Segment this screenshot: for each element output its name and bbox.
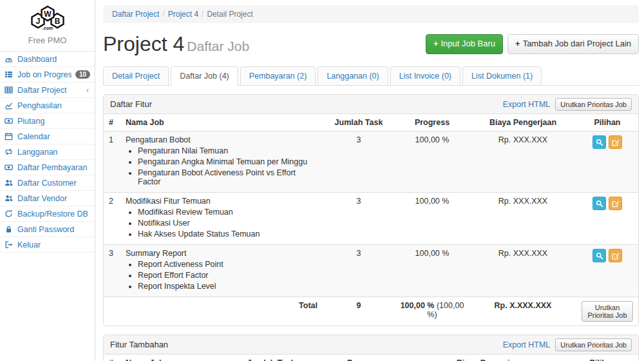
breadcrumb-separator: /	[162, 10, 164, 19]
page-title-text: Project 4	[103, 32, 184, 55]
col-progress: Progress	[316, 355, 413, 361]
col-jumlah-task: Jumlah Task	[323, 114, 395, 132]
sidebar-item-penghasilan[interactable]: Penghasilan	[0, 98, 95, 113]
button-label: Tambah Job dari Project Lain	[523, 39, 631, 48]
breadcrumb-current: Detail Project	[207, 10, 252, 19]
urutkan-prioritas-job-button[interactable]: Urutkan Prioritas Job	[555, 338, 632, 351]
subtask-list: Pengaturan Nilai Temuan Pengaturan Angka…	[129, 146, 317, 186]
tab-list-dokumen[interactable]: List Dokumen (1)	[462, 66, 542, 86]
subtask-item: Pengaturan Nilai Temuan	[138, 146, 317, 155]
col-nama-job: Nama Job	[120, 355, 226, 361]
edit-icon	[612, 139, 620, 146]
lock-icon	[5, 225, 14, 233]
sidebar-item-daftar-customer[interactable]: Daftar Customer	[0, 175, 95, 191]
button-label: Input Job Baru	[440, 39, 495, 48]
retweet-icon	[5, 148, 14, 156]
breadcrumb-link-project-4[interactable]: Project 4	[168, 10, 198, 19]
sidebar-item-piutang[interactable]: Piutang	[0, 113, 95, 129]
panel-title: Fitur Tambahan	[110, 340, 168, 349]
table-row: 3 Summary Report Report Activeness Point…	[104, 245, 638, 297]
subtask-item: Hak Akses Update Status Temuan	[138, 229, 317, 239]
subtask-item: Pengaturan Angka Minimal Temuan per Ming…	[138, 157, 317, 166]
edit-job-button[interactable]	[609, 197, 622, 210]
sidebar-item-label: Dashboard	[17, 55, 90, 64]
col-progress: Progress	[395, 114, 469, 132]
tambah-job-dari-project-lain-button[interactable]: +Tambah Job dari Project Lain	[507, 34, 639, 54]
edit-job-button[interactable]	[609, 135, 622, 149]
subtask-item: Report Inspekta Level	[138, 282, 317, 291]
input-job-baru-button[interactable]: +Input Job Baru	[426, 34, 503, 54]
view-job-button[interactable]	[592, 249, 606, 262]
money-icon	[5, 117, 14, 125]
sidebar-item-backup-restore-db[interactable]: Backup/Restore DB	[0, 206, 95, 222]
total-row: Total 9 100,00 % (100,00 %) Rp. X.XXX.XX…	[104, 297, 638, 326]
subtask-item: Report Activeness Point	[138, 260, 317, 269]
sidebar-item-label: Daftar Customer	[17, 179, 90, 188]
export-html-link[interactable]: Export HTML	[503, 100, 551, 109]
sidebar-item-label: Langganan	[17, 148, 90, 157]
total-progress: 100,00 %	[401, 301, 435, 310]
panel-title: Daftar Fitur	[110, 99, 152, 109]
line-chart-icon	[5, 101, 14, 110]
users-icon	[5, 179, 14, 187]
urutkan-prioritas-job-button[interactable]: Urutkan Prioritas Job	[555, 98, 632, 111]
logo-com: .com	[42, 26, 52, 30]
col-pilihan: Pilihan	[576, 114, 638, 132]
refresh-icon	[5, 210, 14, 218]
export-html-link[interactable]: Export HTML	[503, 340, 551, 349]
row-number: 3	[104, 245, 120, 297]
col-jumlah-task: Jumlah Task	[226, 355, 316, 361]
sidebar-item-label: Penghasilan	[17, 101, 90, 110]
breadcrumb: Daftar Project/Project 4/Detail Project	[103, 5, 639, 23]
calendar-icon	[5, 132, 14, 141]
job-name: Modifikasi Fitur Temuan	[126, 197, 317, 206]
view-job-button[interactable]	[592, 197, 606, 210]
job-name: Pengaturan Bobot	[126, 135, 317, 144]
sidebar-item-keluar[interactable]: Keluar	[0, 237, 95, 253]
col-biaya-pengerjaan: Biaya Pengerjaan	[469, 114, 576, 132]
sidebar-item-calendar[interactable]: Calendar	[0, 129, 95, 144]
sidebar-item-langganan[interactable]: Langganan	[0, 144, 95, 160]
breadcrumb-separator: /	[202, 10, 204, 19]
progress-value: 100,00 %	[395, 193, 469, 245]
tab-pembayaran[interactable]: Pembayaran (2)	[240, 66, 316, 86]
sidebar-item-label: Backup/Restore DB	[17, 210, 90, 219]
dashboard-icon	[5, 55, 14, 63]
sidebar-menu: Dashboard Job on Progress 10 Daftar Proj…	[0, 51, 95, 253]
jumlah-task-value: 3	[323, 245, 395, 297]
sidebar-item-dashboard[interactable]: Dashboard	[0, 52, 95, 67]
tab-detail-project[interactable]: Detail Project	[103, 66, 169, 86]
table-icon	[5, 86, 14, 94]
biaya-value: Rp. XXX.XXX	[469, 245, 576, 297]
logo-letter-j: J	[35, 17, 40, 26]
sidebar-item-daftar-pembayaran[interactable]: Daftar Pembayaran	[0, 160, 95, 175]
subtask-item: Pengaturan Bobot Activeness Point vs Eff…	[138, 168, 317, 186]
view-job-button[interactable]	[592, 135, 606, 149]
sidebar-item-label: Daftar Project	[17, 86, 82, 95]
panel-daftar-fitur: Daftar Fitur Export HTML Urutkan Priorit…	[103, 94, 639, 326]
tab-daftar-job[interactable]: Daftar Job (4)	[171, 66, 238, 86]
sidebar-item-job-on-progress[interactable]: Job on Progress 10	[0, 67, 95, 83]
progress-value: 100,00 %	[395, 132, 469, 193]
sidebar-item-daftar-project[interactable]: Daftar Project ‹	[0, 83, 95, 98]
sidebar-item-label: Piutang	[17, 117, 90, 126]
count-badge: 10	[75, 70, 90, 79]
jumlah-task-value: 3	[323, 193, 395, 245]
table-header-row: # Nama Job Jumlah Task Progress Biaya Pe…	[104, 114, 638, 132]
edit-job-button[interactable]	[609, 249, 622, 262]
biaya-value: Rp. XXX.XXX	[469, 193, 576, 245]
daftar-fitur-table: # Nama Job Jumlah Task Progress Biaya Pe…	[104, 114, 638, 326]
urutkan-prioritas-job-button[interactable]: Urutkan Prioritas Job	[582, 301, 633, 322]
job-name: Summary Report	[126, 249, 317, 258]
tab-list-invoice[interactable]: List Invoice (0)	[390, 66, 460, 86]
sidebar-item-ganti-password[interactable]: Ganti Password	[0, 222, 95, 237]
col-pilihan: Pilihan	[567, 355, 638, 361]
table-row: 2 Modifikasi Fitur Temuan Modifikasi Rev…	[104, 193, 638, 245]
breadcrumb-link-daftar-project[interactable]: Daftar Project	[112, 10, 159, 19]
jwb-logo: J B W .com	[24, 5, 71, 32]
total-tasks: 9	[323, 297, 395, 326]
sign-out-icon	[5, 240, 14, 249]
job-list-icon	[5, 70, 14, 79]
tab-langganan[interactable]: Langganan (0)	[317, 66, 388, 86]
sidebar-item-daftar-vendor[interactable]: Daftar Vendor	[0, 191, 95, 206]
